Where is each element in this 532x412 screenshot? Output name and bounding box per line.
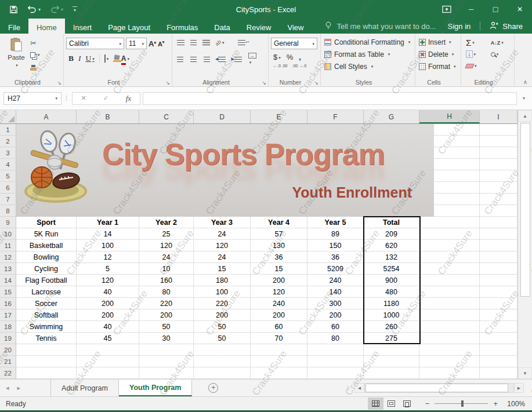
cell-D21[interactable] [194, 356, 251, 367]
row-header-18[interactable]: 18 [0, 321, 16, 333]
cell-H18[interactable] [419, 321, 480, 333]
cell-D18[interactable]: 50 [194, 321, 251, 333]
cell-I14[interactable] [480, 275, 517, 286]
cell-G11[interactable]: 620 [364, 240, 419, 251]
row-header-10[interactable]: 10 [0, 228, 16, 240]
conditional-formatting-button[interactable]: Conditional Formatting [323, 36, 412, 48]
fill-button[interactable]: ↓ [466, 49, 485, 59]
decrease-decimal-button[interactable]: .00 →.0 [292, 64, 307, 68]
clipboard-dialog-launcher-icon[interactable]: ↘ [57, 80, 61, 86]
insert-function-icon[interactable]: fx [126, 94, 131, 103]
row-header-19[interactable]: 19 [0, 333, 16, 344]
font-color-button[interactable]: A [121, 55, 129, 62]
cell-D16[interactable]: 220 [194, 298, 251, 309]
accounting-format-button[interactable]: $ [273, 53, 281, 61]
cell-G15[interactable]: 480 [364, 286, 419, 298]
cell-E16[interactable]: 240 [251, 298, 307, 309]
tell-me-box[interactable]: Tell me what you want to do... [324, 19, 436, 34]
cell-I6[interactable] [480, 182, 517, 194]
cell-I15[interactable] [480, 286, 517, 298]
cell-I7[interactable] [480, 194, 517, 205]
align-left-button[interactable] [177, 56, 184, 63]
column-header-G[interactable]: G [364, 110, 419, 123]
row-header-8[interactable]: 8 [0, 205, 16, 217]
row-header-14[interactable]: 14 [0, 275, 16, 286]
increase-indent-button[interactable]: ▶ [231, 56, 241, 63]
share-button[interactable]: Share [480, 21, 532, 31]
column-header-I[interactable]: I [480, 110, 517, 123]
cell-B22[interactable] [77, 367, 139, 379]
cell-G21[interactable] [364, 356, 419, 367]
cell-D9[interactable]: Year 3 [194, 217, 251, 228]
cell-C22[interactable] [139, 367, 194, 379]
cell-D11[interactable]: 120 [194, 240, 251, 251]
cell-H16[interactable] [419, 298, 480, 309]
row-header-6[interactable]: 6 [0, 182, 16, 194]
sign-in-button[interactable]: Sign in [439, 22, 480, 31]
ribbon-tab-formulas[interactable]: Formulas [158, 19, 206, 34]
cell-I17[interactable] [480, 309, 517, 321]
redo-dropdown-icon[interactable]: ▾ [61, 7, 63, 12]
cell-I8[interactable] [480, 205, 517, 217]
paste-dropdown-icon[interactable] [15, 61, 18, 68]
column-header-H[interactable]: H [419, 110, 480, 123]
cell-F17[interactable]: 200 [307, 309, 364, 321]
cell-H22[interactable] [419, 367, 480, 379]
cell-A17[interactable]: Softball [16, 309, 77, 321]
cell-F19[interactable]: 80 [307, 333, 364, 344]
undo-dropdown-icon[interactable]: ▾ [38, 7, 41, 12]
cell-A21[interactable] [16, 356, 77, 367]
ribbon-tab-view[interactable]: View [279, 19, 312, 34]
cell-C21[interactable] [139, 356, 194, 367]
cell-B17[interactable]: 200 [77, 309, 139, 321]
cell-F20[interactable] [307, 344, 364, 356]
alignment-dialog-launcher-icon[interactable]: ↘ [262, 80, 266, 86]
cell-H14[interactable] [419, 275, 480, 286]
cell-E12[interactable]: 36 [251, 251, 307, 263]
cell-I2[interactable] [480, 136, 517, 147]
cell-D20[interactable] [194, 344, 251, 356]
align-middle-button[interactable] [190, 39, 197, 46]
zoom-slider[interactable] [435, 403, 488, 404]
clear-button[interactable] [466, 61, 485, 71]
new-sheet-button[interactable]: + [208, 383, 218, 393]
bold-button[interactable]: B [68, 54, 74, 63]
cell-G9[interactable]: Total [364, 217, 419, 228]
ribbon-tab-home[interactable]: Home [28, 19, 65, 34]
close-button[interactable]: ✕ [508, 0, 532, 19]
cell-H13[interactable] [419, 263, 480, 275]
page-break-view-button[interactable] [399, 398, 415, 410]
font-name-combobox[interactable]: Calibri [66, 38, 124, 49]
cell-D10[interactable]: 24 [194, 228, 251, 240]
sort-filter-button[interactable]: A↓Z [491, 38, 512, 48]
row-header-9[interactable]: 9 [0, 217, 16, 228]
cell-E20[interactable] [251, 344, 307, 356]
cell-F14[interactable]: 240 [307, 275, 364, 286]
number-dialog-launcher-icon[interactable]: ↘ [314, 80, 319, 86]
row-header-7[interactable]: 7 [0, 194, 16, 205]
cell-E22[interactable] [251, 367, 307, 379]
cell-G18[interactable]: 260 [364, 321, 419, 333]
cell-B13[interactable]: 5 [77, 263, 139, 275]
cell-B21[interactable] [77, 356, 139, 367]
cell-E10[interactable]: 57 [251, 228, 307, 240]
sheet-tab-adult-program[interactable]: Adult Program [51, 380, 119, 396]
cell-I1[interactable] [480, 124, 517, 136]
cell-A11[interactable]: Basketball [16, 240, 77, 251]
cell-C17[interactable]: 200 [139, 309, 194, 321]
align-center-button[interactable] [190, 56, 197, 63]
row-header-1[interactable]: 1 [0, 124, 16, 136]
cell-G16[interactable]: 1180 [364, 298, 419, 309]
cell-C15[interactable]: 80 [139, 286, 194, 298]
scroll-right-icon[interactable]: ▶ [514, 383, 524, 393]
normal-view-button[interactable] [368, 398, 383, 410]
enter-entry-icon[interactable]: ✓ [103, 94, 108, 102]
cell-I20[interactable] [480, 344, 517, 356]
row-header-16[interactable]: 16 [0, 298, 16, 309]
select-all-corner[interactable] [0, 110, 16, 123]
row-header-20[interactable]: 20 [0, 344, 16, 356]
row-header-2[interactable]: 2 [0, 136, 16, 147]
wrap-text-button[interactable]: ↩ [238, 39, 249, 46]
cell-C20[interactable] [139, 344, 194, 356]
cell-H15[interactable] [419, 286, 480, 298]
